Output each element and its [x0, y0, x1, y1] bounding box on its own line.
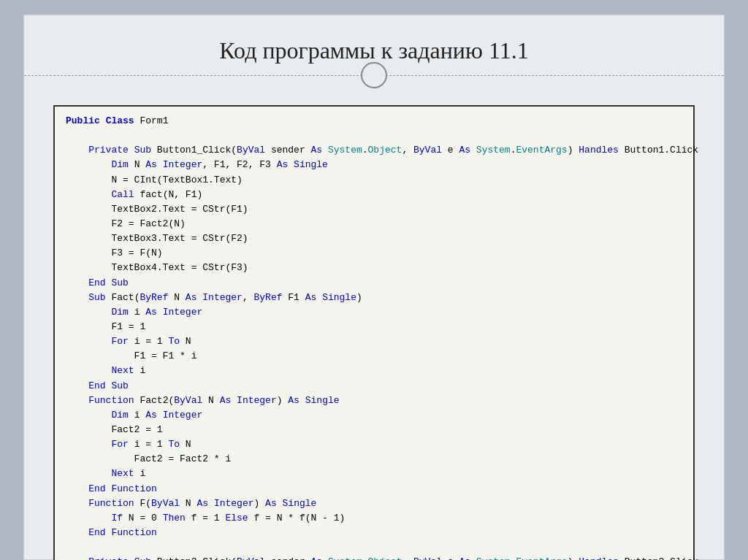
code-line: For i = 1 To N: [66, 437, 682, 452]
code-line: End Sub: [66, 379, 682, 394]
code-line: TextBox4.Text = CStr(F3): [66, 261, 682, 275]
code-line: N = CInt(TextBox1.Text): [66, 173, 682, 188]
code-line: Dim i As Integer: [66, 408, 682, 423]
code-line: Private Sub Button1_Click(ByVal sender A…: [66, 143, 682, 158]
code-line: [66, 129, 682, 143]
code-line: TextBox3.Text = CStr(F2): [66, 231, 682, 246]
code-line: Fact2 = 1: [66, 423, 682, 437]
code-line: If N = 0 Then f = 1 Else f = N * f(N - 1…: [66, 511, 682, 526]
slide-title: Код программы к заданию 11.1: [39, 37, 709, 64]
code-line: F2 = Fact2(N): [66, 217, 682, 231]
code-line: Dim N As Integer, F1, F2, F3 As Single: [66, 158, 682, 172]
code-line: Fact2 = Fact2 * i: [66, 452, 682, 467]
code-line: F3 = F(N): [66, 246, 682, 261]
code-line: Sub Fact(ByRef N As Integer, ByRef F1 As…: [66, 291, 682, 305]
code-line: End Sub: [66, 276, 682, 291]
code-line: End Function: [66, 526, 682, 540]
code-line: [66, 540, 682, 555]
code-line: Function F(ByVal N As Integer) As Single: [66, 496, 682, 511]
slide: Код программы к заданию 11.1 Public Clas…: [23, 15, 725, 560]
code-line: Call fact(N, F1): [66, 188, 682, 202]
code-line: Dim i As Integer: [66, 305, 682, 320]
code-line: Next i: [66, 467, 682, 481]
code-line: End Function: [66, 482, 682, 496]
code-line: TextBox2.Text = CStr(F1): [66, 202, 682, 217]
code-line: Next i: [66, 364, 682, 378]
title-area: Код программы к заданию 11.1: [24, 15, 724, 76]
code-line: F1 = F1 * i: [66, 349, 682, 364]
code-line: Private Sub Button2_Click(ByVal sender A…: [66, 555, 682, 560]
content-area: Public Class Form1 Private Sub Button1_C…: [24, 83, 724, 560]
circle-connector: [361, 62, 387, 88]
code-line: Function Fact2(ByVal N As Integer) As Si…: [66, 394, 682, 408]
code-line: Public Class Form1: [66, 114, 682, 129]
code-block: Public Class Form1 Private Sub Button1_C…: [53, 105, 695, 560]
code-line: F1 = 1: [66, 320, 682, 334]
code-line: For i = 1 To N: [66, 334, 682, 349]
